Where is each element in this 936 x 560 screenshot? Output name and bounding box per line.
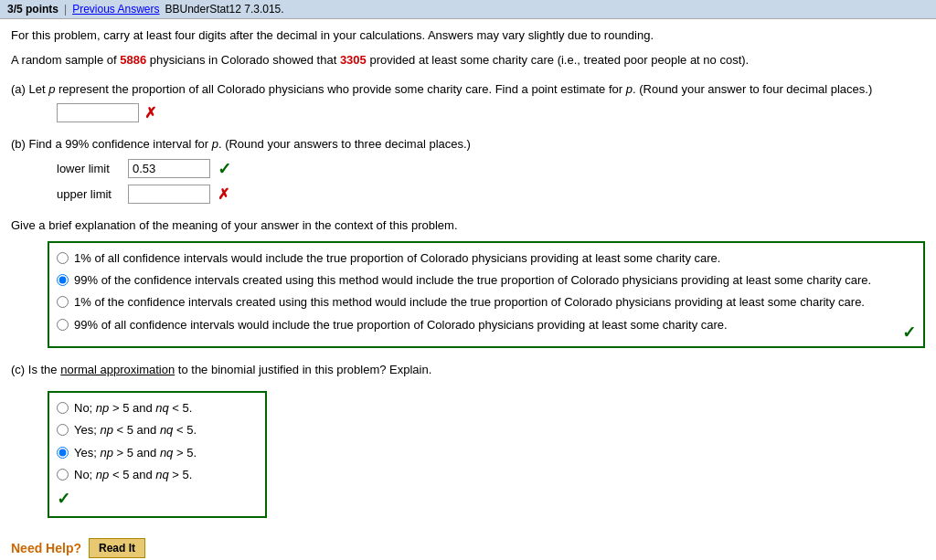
part-c-option-3: Yes; np > 5 and nq > 5. <box>57 445 258 461</box>
explanation-radio-3[interactable] <box>57 296 69 308</box>
explanation-option-1: 1% of all confidence intervals would inc… <box>57 250 916 267</box>
problem-id: BBUnderStat12 7.3.015. <box>165 3 284 16</box>
lower-limit-correct-icon: ✓ <box>218 159 231 179</box>
upper-limit-input[interactable] <box>128 185 210 204</box>
upper-limit-label: upper limit <box>57 187 121 201</box>
problem-text: A random sample of 5886 physicians in Co… <box>11 51 925 69</box>
part-c-option-2-text: Yes; np < 5 and nq < 5. <box>74 422 197 438</box>
separator: | <box>64 3 67 16</box>
part-b-label: (b) Find a 99% confidence interval for p… <box>11 135 925 153</box>
explanation-radio-2[interactable] <box>57 274 69 286</box>
part-a-label: (a) Let p represent the proportion of al… <box>11 80 925 99</box>
explanation-radio-4[interactable] <box>57 319 69 331</box>
previous-answers-link[interactable]: Previous Answers <box>72 3 159 16</box>
part-c-option-3-text: Yes; np > 5 and nq > 5. <box>74 445 197 461</box>
problem-text-middle: physicians in Colorado showed that <box>146 53 340 67</box>
part-a-input[interactable] <box>57 103 139 122</box>
upper-limit-row: upper limit ✗ <box>57 185 925 204</box>
upper-limit-incorrect-icon: ✗ <box>218 185 229 203</box>
read-it-button[interactable]: Read It <box>89 538 145 558</box>
need-help-row: Need Help? Read It <box>11 538 925 558</box>
part-c-option-1: No; np > 5 and nq < 5. <box>57 400 258 417</box>
explanation-option-1-text: 1% of all confidence intervals would inc… <box>74 250 720 267</box>
explanation-radio-1[interactable] <box>57 252 69 264</box>
part-c-box: No; np > 5 and nq < 5. Yes; np < 5 and n… <box>48 391 267 518</box>
part-c-radio-3[interactable] <box>57 447 69 459</box>
lower-limit-row: lower limit ✓ <box>57 159 925 179</box>
lower-limit-input[interactable] <box>128 159 210 178</box>
lower-limit-label: lower limit <box>57 162 121 175</box>
explanation-option-3: 1% of the confidence intervals created u… <box>57 294 916 311</box>
num1: 5886 <box>120 53 146 67</box>
problem-text-after: provided at least some charity care (i.e… <box>367 53 749 67</box>
part-b: (b) Find a 99% confidence interval for p… <box>11 135 925 204</box>
explanation-label: Give a brief explanation of the meaning … <box>11 217 925 235</box>
explanation-box: 1% of all confidence intervals would inc… <box>48 241 925 348</box>
part-c-radio-2[interactable] <box>57 424 69 436</box>
explanation-option-4-text: 99% of all confidence intervals would in… <box>74 317 728 333</box>
explanation-option-2: 99% of the confidence intervals created … <box>57 272 916 289</box>
header-bar: 3/5 points | Previous Answers BBUnderSta… <box>0 0 936 19</box>
num2: 3305 <box>340 53 367 67</box>
need-help-label: Need Help? <box>11 541 81 555</box>
part-c-label: (c) Is the normal approximation to the b… <box>11 361 925 379</box>
instruction-text: For this problem, carry at least four di… <box>11 28 925 42</box>
part-c-option-4: No; np < 5 and nq > 5. <box>57 467 258 483</box>
part-c-option-4-text: No; np < 5 and nq > 5. <box>74 467 192 483</box>
explanation-option-2-text: 99% of the confidence intervals created … <box>74 272 871 289</box>
part-a: (a) Let p represent the proportion of al… <box>11 80 925 123</box>
part-c: (c) Is the normal approximation to the b… <box>11 361 925 525</box>
part-c-radio-1[interactable] <box>57 402 69 414</box>
part-c-option-2: Yes; np < 5 and nq < 5. <box>57 422 258 438</box>
main-content: For this problem, carry at least four di… <box>0 19 936 560</box>
problem-text-before: A random sample of <box>11 53 120 67</box>
part-c-option-1-text: No; np > 5 and nq < 5. <box>74 400 192 417</box>
explanation-correct-icon: ✓ <box>902 322 916 343</box>
part-a-input-row: ✗ <box>57 103 925 122</box>
explanation-option-4: 99% of all confidence intervals would in… <box>57 317 916 333</box>
part-c-radio-4[interactable] <box>57 469 69 481</box>
points-label: 3/5 points <box>7 3 58 16</box>
explanation-option-3-text: 1% of the confidence intervals created u… <box>74 294 865 311</box>
part-c-correct-icon: ✓ <box>57 490 70 508</box>
explanation-part: Give a brief explanation of the meaning … <box>11 217 925 348</box>
part-a-incorrect-icon: ✗ <box>144 104 156 122</box>
